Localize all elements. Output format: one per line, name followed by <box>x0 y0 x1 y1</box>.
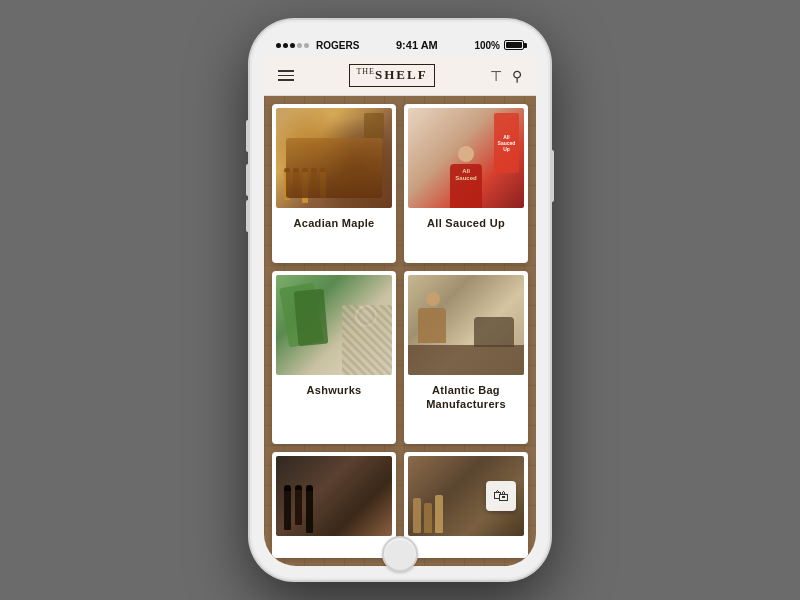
battery-icon <box>504 40 524 50</box>
product-grid: Acadian Maple AllSauced <box>264 96 536 566</box>
status-left: ROGERS <box>276 40 359 51</box>
battery-percent: 100% <box>474 40 500 51</box>
cart-icon-badge[interactable]: 🛍 <box>486 481 516 511</box>
filter-icon[interactable]: ⊤ <box>490 68 502 84</box>
status-bar: ROGERS 9:41 AM 100% <box>264 34 536 56</box>
card-image-acadian <box>276 108 392 208</box>
nav-actions: ⊤ ⚲ <box>490 68 522 84</box>
card-ashwurks[interactable]: Ashwurks <box>272 271 396 444</box>
logo-shelf: SHELF <box>375 68 428 83</box>
card-acadian-maple[interactable]: Acadian Maple <box>272 104 396 263</box>
card-label-sauced: All Sauced Up <box>404 208 528 240</box>
nav-bar: THESHELF ⊤ ⚲ <box>264 56 536 96</box>
bottom2-image-bg: 🛍 <box>408 456 524 536</box>
card-label-atlantic: Atlantic Bag Manufacturers <box>404 375 528 422</box>
carrier-label: ROGERS <box>316 40 359 51</box>
product-box: AllSaucedUp <box>494 113 519 173</box>
card-image-wrap-5 <box>272 452 396 536</box>
fabric-decoration <box>276 275 392 375</box>
sauced-image-bg: AllSauced AllSaucedUp <box>408 108 524 208</box>
logo-the: THE <box>356 67 375 76</box>
battery-fill <box>506 42 522 48</box>
card-item5[interactable] <box>272 452 396 558</box>
time-display: 9:41 AM <box>396 39 438 51</box>
bottle-decoration <box>284 168 326 203</box>
person-silhouette: AllSauced <box>446 138 486 208</box>
ashwurks-image-bg <box>276 275 392 375</box>
shelf-bottles <box>413 495 443 533</box>
card-image-wrap-atlantic <box>404 271 528 375</box>
card-image-wrap-sauced: AllSauced AllSaucedUp <box>404 104 528 208</box>
status-right: 100% <box>474 40 524 51</box>
search-icon[interactable]: ⚲ <box>512 68 522 84</box>
card-label-ashwurks: Ashwurks <box>272 375 396 407</box>
card-image-ashwurks <box>276 275 392 375</box>
person2-silhouette <box>418 292 448 347</box>
card-image-wrap-6: 🛍 <box>404 452 528 536</box>
phone-screen: ROGERS 9:41 AM 100% THESHELF ⊤ ⚲ <box>264 34 536 566</box>
sewing-scene <box>408 275 524 375</box>
home-button[interactable] <box>382 536 418 572</box>
card-image-atlantic <box>408 275 524 375</box>
card-item6[interactable]: 🛍 <box>404 452 528 558</box>
dark-bottles <box>284 485 313 533</box>
acadian-image-bg <box>276 108 392 208</box>
hamburger-menu[interactable] <box>278 70 294 81</box>
card-image-wrap <box>272 104 396 208</box>
content-area: Acadian Maple AllSauced <box>264 96 536 566</box>
signal-dots <box>276 43 309 48</box>
bottom1-image-bg <box>276 456 392 536</box>
app-logo: THESHELF <box>349 64 434 86</box>
card-image-wrap-ash <box>272 271 396 375</box>
card-atlantic-bag[interactable]: Atlantic Bag Manufacturers <box>404 271 528 444</box>
card-image-sauced: AllSauced AllSaucedUp <box>408 108 524 208</box>
phone-device: ROGERS 9:41 AM 100% THESHELF ⊤ ⚲ <box>250 20 550 580</box>
atlantic-image-bg <box>408 275 524 375</box>
card-label-acadian: Acadian Maple <box>272 208 396 240</box>
card-all-sauced-up[interactable]: AllSauced AllSaucedUp All Sauced Up <box>404 104 528 263</box>
